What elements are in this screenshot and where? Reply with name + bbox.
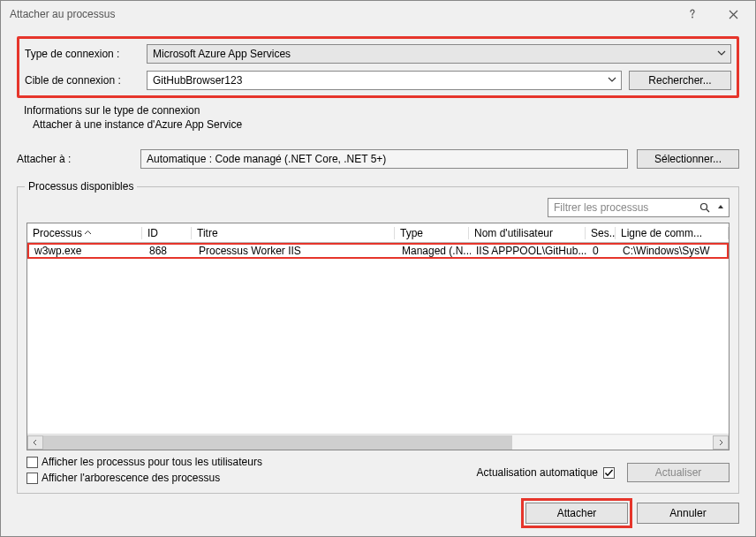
- cancel-button[interactable]: Annuler: [637, 503, 739, 524]
- scroll-right-icon[interactable]: [713, 435, 729, 450]
- chevron-down-icon: [716, 202, 725, 211]
- search-icon: [699, 202, 711, 214]
- col-user[interactable]: Nom d'utilisateur: [469, 227, 586, 239]
- auto-refresh-label: Actualisation automatique: [477, 466, 598, 479]
- table-bottom-options: Afficher les processus pour tous les uti…: [26, 456, 730, 488]
- cell-type: Managed (.N...: [397, 245, 471, 257]
- group-legend: Processus disponibles: [25, 180, 137, 193]
- filter-processes-input[interactable]: Filtrer les processus: [548, 198, 730, 217]
- connection-target-combo[interactable]: GitHubBrowser123: [147, 71, 622, 90]
- scroll-left-icon[interactable]: [27, 435, 43, 450]
- scroll-thumb[interactable]: [43, 435, 512, 450]
- col-process[interactable]: Processus: [27, 227, 142, 239]
- attach-to-process-dialog: Attacher au processus Type de connexion …: [0, 0, 756, 537]
- show-all-users-checkbox[interactable]: [26, 457, 38, 468]
- table-header: Processus ID Titre Type Nom d'utilisateu…: [27, 223, 729, 243]
- refresh-button[interactable]: Actualiser: [627, 463, 730, 482]
- auto-refresh-checkbox[interactable]: [603, 467, 615, 479]
- help-icon: [687, 9, 698, 19]
- scroll-track[interactable]: [43, 435, 713, 450]
- connection-type-dropdown[interactable]: Microsoft Azure App Services: [147, 44, 731, 64]
- connection-info: Informations sur le type de connexion At…: [24, 103, 739, 132]
- svg-point-0: [692, 17, 693, 19]
- cell-title: Processus Worker IIS: [193, 245, 397, 257]
- attach-to-row: Attacher à : Automatique : Code managé (…: [17, 149, 739, 169]
- available-processes-group: Processus disponibles Filtrer les proces…: [17, 186, 739, 494]
- cell-process: w3wp.exe: [29, 245, 144, 257]
- table-body: w3wp.exe 868 Processus Worker IIS Manage…: [27, 243, 729, 434]
- attach-to-value: Automatique : Code managé (.NET Core, .N…: [140, 149, 628, 169]
- connection-type-label: Type de connexion :: [25, 48, 140, 60]
- search-button[interactable]: Rechercher...: [629, 71, 731, 90]
- connection-target-value: GitHubBrowser123: [153, 74, 242, 87]
- cell-user: IIS APPPOOL\GitHub...: [471, 245, 587, 257]
- show-tree-label: Afficher l'arborescence des processus: [42, 472, 220, 484]
- col-id[interactable]: ID: [142, 227, 192, 239]
- cell-id: 868: [144, 245, 193, 257]
- svg-point-1: [701, 204, 707, 210]
- show-tree-checkbox[interactable]: [26, 473, 38, 484]
- cell-cmdline: C:\Windows\SysW: [617, 245, 727, 257]
- process-table: Processus ID Titre Type Nom d'utilisateu…: [26, 223, 730, 450]
- col-type[interactable]: Type: [395, 227, 469, 239]
- connection-type-value: Microsoft Azure App Services: [153, 48, 291, 60]
- attach-to-label: Attacher à :: [17, 153, 132, 165]
- window-title: Attacher au processus: [10, 8, 672, 20]
- close-icon: [729, 10, 738, 19]
- check-icon: [604, 468, 614, 478]
- col-title[interactable]: Titre: [192, 227, 395, 239]
- close-button[interactable]: [713, 1, 753, 27]
- cell-session: 0: [587, 245, 617, 257]
- horizontal-scrollbar[interactable]: [27, 434, 729, 450]
- col-cmdline[interactable]: Ligne de comm...: [616, 227, 729, 239]
- show-all-users-label: Afficher les processus pour tous les uti…: [42, 456, 262, 468]
- chevron-down-icon: [716, 48, 727, 58]
- col-session[interactable]: Ses...: [586, 227, 616, 239]
- filter-placeholder: Filtrer les processus: [554, 201, 648, 214]
- titlebar: Attacher au processus: [1, 1, 755, 27]
- sort-asc-icon: [84, 229, 92, 237]
- connection-info-heading: Informations sur le type de connexion: [24, 103, 739, 117]
- attach-button[interactable]: Attacher: [525, 503, 628, 524]
- table-row[interactable]: w3wp.exe 868 Processus Worker IIS Manage…: [27, 243, 729, 259]
- dialog-buttons: Attacher Annuler: [17, 503, 739, 524]
- connection-info-body: Attacher à une instance d'Azure App Serv…: [24, 117, 739, 132]
- help-button[interactable]: [672, 1, 713, 27]
- connection-target-label: Cible de connexion :: [25, 74, 140, 87]
- dialog-content: Type de connexion : Microsoft Azure App …: [1, 27, 755, 536]
- chevron-down-icon: [607, 74, 617, 85]
- select-button[interactable]: Sélectionner...: [637, 149, 739, 169]
- connection-section: Type de connexion : Microsoft Azure App …: [17, 36, 739, 98]
